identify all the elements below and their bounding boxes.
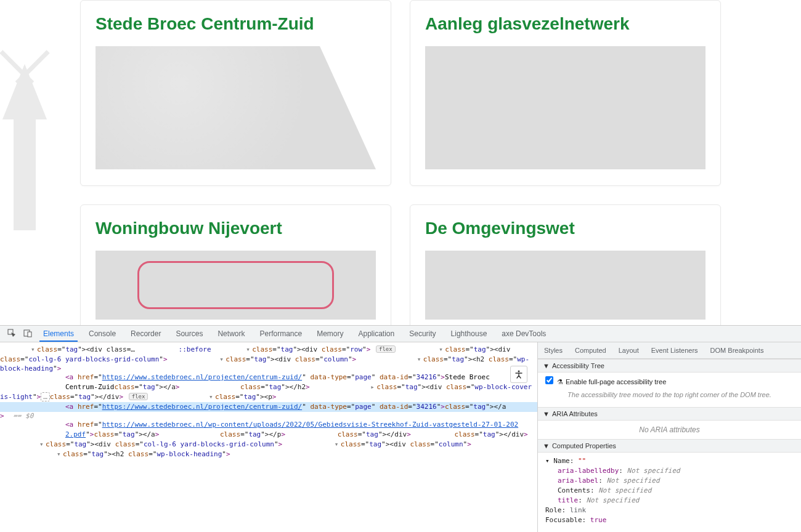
- inspect-icon[interactable]: [4, 326, 20, 342]
- devtools-tab-axe-devtools[interactable]: axe DevTools: [494, 326, 553, 341]
- a11y-checkbox[interactable]: [545, 376, 553, 384]
- card-title[interactable]: Stede Broec Centrum-Zuid: [96, 14, 376, 34]
- card-glasvezel[interactable]: Aanleg glasvezelnetwerk: [410, 0, 721, 186]
- card-image: [425, 251, 705, 320]
- enable-fullpage-a11y-checkbox[interactable]: ⚗Enable full-page accessibility tree: [545, 378, 666, 385]
- devtools-tab-sources[interactable]: Sources: [168, 326, 210, 341]
- devtools-tab-console[interactable]: Console: [81, 326, 123, 341]
- prop-role: Role: link: [545, 506, 794, 515]
- section-computed-props[interactable]: ▼Computed Properties: [538, 439, 801, 453]
- svg-rect-6: [28, 332, 31, 337]
- devtools-tab-security[interactable]: Security: [402, 326, 443, 341]
- sidebar-tab-computed[interactable]: Computed: [569, 344, 612, 357]
- card-title[interactable]: Aanleg glasvezelnetwerk: [425, 14, 705, 34]
- computed-props-body: ▾ Name: "" aria-labelledby: Not specifie…: [538, 453, 801, 529]
- card-nijevoert[interactable]: Woningbouw Nijevoert: [80, 204, 391, 325]
- sidebar-tabs: StylesComputedLayoutEvent ListenersDOM B…: [538, 342, 801, 359]
- card-omgevingswet[interactable]: De Omgevingswet: [410, 204, 721, 325]
- flask-icon: ⚗: [557, 378, 563, 385]
- accessibility-toggle-button[interactable]: [510, 366, 527, 383]
- devtools-tab-performance[interactable]: Performance: [252, 326, 309, 341]
- prop-contents: Contents: Not specified: [545, 486, 794, 496]
- card-image: [96, 251, 376, 320]
- devtools-tab-elements[interactable]: Elements: [36, 326, 81, 341]
- devtools-tabbar: ElementsConsoleRecorderSourcesNetworkPer…: [0, 326, 801, 342]
- sidebar-tab-event-listeners[interactable]: Event Listeners: [645, 344, 704, 357]
- devtools-tab-lighthouse[interactable]: Lighthouse: [444, 326, 495, 341]
- devtools-body: ▾class="tag"><div class=… ::before ▾clas…: [0, 342, 801, 532]
- devtools-tab-network[interactable]: Network: [210, 326, 252, 341]
- section-accessibility-tree[interactable]: ▼Accessibility Tree: [538, 359, 801, 373]
- sidebar-tab-styles[interactable]: Styles: [538, 344, 569, 357]
- cards-grid: Stede Broec Centrum-Zuid Aanleg glasveze…: [0, 0, 801, 325]
- device-icon[interactable]: [20, 326, 36, 342]
- card-title[interactable]: De Omgevingswet: [425, 219, 705, 238]
- prop-focusable: Focusable: true: [545, 515, 794, 525]
- card-centrum-zuid[interactable]: Stede Broec Centrum-Zuid: [80, 0, 391, 186]
- section-aria-attrs[interactable]: ▼ARIA Attributes: [538, 407, 801, 421]
- page-content: Stede Broec Centrum-Zuid Aanleg glasveze…: [0, 0, 801, 325]
- prop-aria-label: aria-label: Not specified: [545, 476, 794, 486]
- a11y-tree-body: ⚗Enable full-page accessibility tree The…: [538, 373, 801, 407]
- devtools-tab-recorder[interactable]: Recorder: [123, 326, 168, 341]
- svg-point-7: [518, 371, 520, 373]
- card-image: [96, 46, 376, 169]
- devtools-tab-application[interactable]: Application: [351, 326, 402, 341]
- a11y-tree-message: The accessibility tree moved to the top …: [545, 386, 794, 403]
- elements-tree[interactable]: ▾class="tag"><div class=… ::before ▾clas…: [0, 342, 537, 532]
- sidebar-tab-dom-breakpoints[interactable]: DOM Breakpoints: [704, 344, 770, 357]
- card-title[interactable]: Woningbouw Nijevoert: [96, 219, 376, 238]
- devtools-panel: ElementsConsoleRecorderSourcesNetworkPer…: [0, 325, 801, 532]
- devtools-tab-memory[interactable]: Memory: [309, 326, 351, 341]
- sidebar-tab-layout[interactable]: Layout: [612, 344, 645, 357]
- sidebar-panel: StylesComputedLayoutEvent ListenersDOM B…: [537, 342, 801, 532]
- prop-aria-labelledby: aria-labelledby: Not specified: [545, 466, 794, 476]
- prop-title: title: Not specified: [545, 496, 794, 506]
- prop-name: ▾ Name: "": [545, 456, 794, 466]
- aria-none-message: No ARIA attributes: [538, 421, 801, 439]
- card-image: [425, 46, 705, 169]
